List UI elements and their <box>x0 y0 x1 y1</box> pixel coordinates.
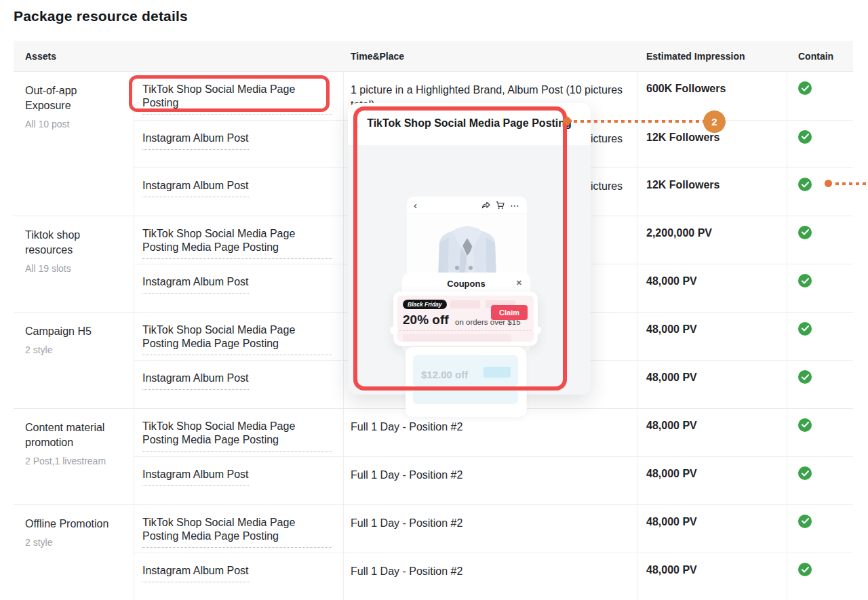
group-subtext: 2 style <box>25 344 124 355</box>
cart-icon <box>496 201 505 209</box>
group-label-cell: Out-of-app Exposure All 10 post <box>14 72 134 216</box>
column-header-assets: Assets <box>14 51 344 62</box>
impression-value: 48,000 PV <box>637 361 787 408</box>
close-icon: ✕ <box>516 279 522 287</box>
coupon-card-primary: Black Friday 20% off on orders over $15 … <box>393 292 538 346</box>
group-label-cell: Tiktok shop resources All 19 slots <box>14 216 134 312</box>
second-offer-text: $12.00 off <box>421 369 468 380</box>
contain-check-icon <box>798 130 812 144</box>
time-place-value: Full 1 Day - Position #2 <box>344 457 637 504</box>
leader-dot <box>825 180 832 187</box>
group-label-cell: Content material promotion 2 Post,1 live… <box>14 409 134 504</box>
group-subtext: 2 Post,1 livestream <box>25 456 124 466</box>
asset-group-offline-promotion: Offline Promotion 2 style TikTok Shop So… <box>14 504 853 600</box>
asset-name-link[interactable]: TikTok Shop Social Media Page Posting Me… <box>142 420 332 452</box>
contain-check-icon <box>798 81 812 95</box>
table-row: TikTok Shop Social Media Page Posting Me… <box>134 505 853 553</box>
coupons-title: Coupons <box>447 279 485 289</box>
coupon-card-secondary: $12.00 off <box>406 347 526 417</box>
impression-value: 48,000 PV <box>637 409 787 457</box>
contain-check-icon <box>798 274 812 287</box>
package-resource-details-page: Package resource details Assets Time&Pla… <box>0 0 868 600</box>
tooltip-body: ‹ ⋯ <box>348 145 591 395</box>
contain-check-icon <box>798 563 812 576</box>
asset-name-link[interactable]: TikTok Shop Social Media Page Posting Me… <box>142 227 332 259</box>
coupon-offer-text: 20% off <box>403 313 449 327</box>
column-header-estimated-impression: Estimated Impression <box>637 51 787 62</box>
step-number-badge: 2 <box>703 111 726 133</box>
asset-name-link[interactable]: Instagram Album Post <box>142 564 249 582</box>
leader-dotted-line <box>835 182 868 185</box>
coupons-sheet-header: Coupons ✕ <box>402 273 530 289</box>
tooltip-title: TikTok Shop Social Media Page Posting <box>348 103 591 145</box>
asset-name-link[interactable]: Instagram Album Post <box>142 372 249 390</box>
contain-check-icon <box>798 370 812 384</box>
share-icon <box>481 201 490 209</box>
group-subtext: 2 style <box>25 537 124 548</box>
product-image <box>407 214 527 282</box>
group-name: Out-of-app Exposure <box>25 83 124 113</box>
contain-check-icon <box>798 322 812 336</box>
placeholder-bar <box>450 300 480 308</box>
asset-name-link[interactable]: Instagram Album Post <box>142 132 249 150</box>
group-name: Campaign H5 <box>25 324 124 339</box>
back-icon: ‹ <box>414 200 417 210</box>
coupon-divider <box>416 388 515 388</box>
asset-preview-tooltip: TikTok Shop Social Media Page Posting ‹ … <box>348 103 591 395</box>
impression-value: 48,000 PV <box>637 553 787 600</box>
contain-check-icon <box>798 515 812 528</box>
placeholder-bar <box>403 334 511 342</box>
leader-dotted-line <box>574 120 704 123</box>
group-subtext: All 19 slots <box>25 263 124 274</box>
coupon-divider <box>399 330 532 331</box>
group-name: Content material promotion <box>25 420 124 450</box>
group-name: Tiktok shop resources <box>25 228 124 258</box>
placeholder-button <box>484 367 511 378</box>
impression-value: 48,000 PV <box>637 457 787 504</box>
phone-top-bar: ‹ ⋯ <box>407 197 527 214</box>
asset-name-link[interactable]: TikTok Shop Social Media Page Posting Me… <box>142 516 332 548</box>
claim-button: Claim <box>491 305 528 320</box>
more-icon: ⋯ <box>510 200 520 211</box>
table-header-row: Assets Time&Place Estimated Impression C… <box>14 41 853 71</box>
contain-check-icon <box>798 466 812 480</box>
table-row: Instagram Album Post Full 1 Day - Positi… <box>134 553 853 600</box>
asset-name-link[interactable]: TikTok Shop Social Media Page Posting Me… <box>142 323 332 355</box>
time-place-value: Full 1 Day - Position #2 <box>344 505 637 553</box>
column-header-contain: Contain <box>787 51 853 62</box>
contain-check-icon <box>798 178 812 191</box>
asset-name-link[interactable]: TikTok Shop Social Media Page Posting <box>142 83 332 115</box>
group-label-cell: Campaign H5 2 style <box>14 313 134 408</box>
impression-value: 2,200,000 PV <box>637 216 787 264</box>
impression-value: 12K Followers <box>637 168 787 216</box>
time-place-value: Full 1 Day - Position #2 <box>344 553 637 600</box>
group-subtext: All 10 post <box>25 119 124 129</box>
page-title: Package resource details <box>14 8 188 24</box>
group-name: Offline Promotion <box>25 517 124 532</box>
table-row: Instagram Album Post Full 1 Day - Positi… <box>134 456 853 504</box>
asset-group-content-material-promotion: Content material promotion 2 Post,1 live… <box>14 408 853 504</box>
column-header-time-place: Time&Place <box>344 51 637 62</box>
group-label-cell: Offline Promotion 2 style <box>14 505 134 600</box>
contain-check-icon <box>798 418 812 432</box>
asset-name-link[interactable]: Instagram Album Post <box>142 275 249 294</box>
impression-value: 48,000 PV <box>637 313 787 361</box>
impression-value: 48,000 PV <box>637 264 787 312</box>
asset-name-link[interactable]: Instagram Album Post <box>142 179 249 197</box>
black-friday-badge: Black Friday <box>403 300 447 309</box>
contain-check-icon <box>798 226 812 239</box>
asset-name-link[interactable]: Instagram Album Post <box>142 468 249 486</box>
impression-value: 48,000 PV <box>637 505 787 553</box>
